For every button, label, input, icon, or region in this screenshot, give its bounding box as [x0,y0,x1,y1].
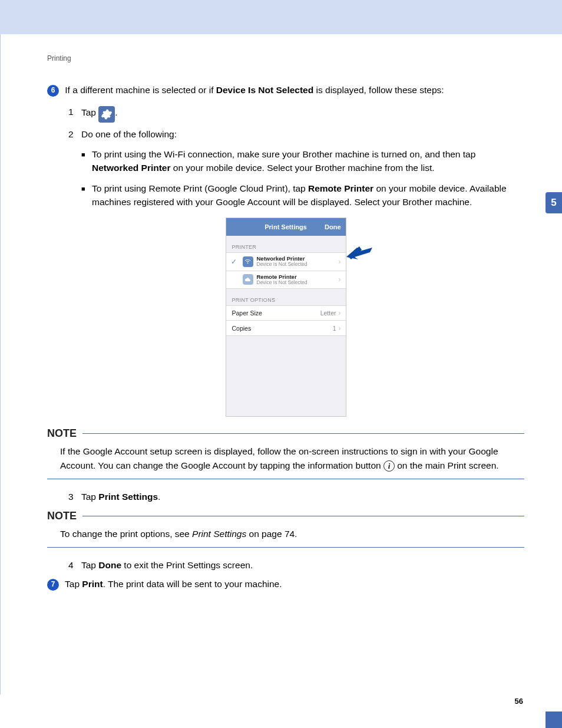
chevron-right-icon: › [339,324,341,332]
bullet-2-b: Remote Printer [308,183,373,193]
callout-arrow-icon [346,244,554,263]
checkmark-icon: ✓ [231,258,240,266]
substep-3: 3 Tap Print Settings. [68,490,524,503]
substep-1-text-a: Tap [81,108,98,118]
substep-1: 1 Tap . [68,105,524,121]
substep-4-a: Tap [81,560,98,570]
step-7-b: Print [82,579,103,589]
substep-4-c: to exit the Print Settings screen. [121,560,253,570]
note-2-body: To change the print options, see Print S… [47,522,524,547]
step-6-text-a: If a different machine is selected or if [65,85,216,95]
group-label-options: PRINT OPTIONS [226,289,346,305]
row-subtitle: Device Is Not Selected [257,280,339,285]
row-copies[interactable]: Copies 1 › [226,321,346,336]
substep-num-4: 4 [68,558,81,572]
row-paper-size[interactable]: Paper Size Letter › [226,305,346,321]
done-button[interactable]: Done [325,223,341,230]
square-bullet-icon: ■ [81,147,92,175]
note-heading: NOTE [47,510,524,522]
row-label: Paper Size [231,309,262,317]
substep-num-1: 1 [68,105,81,121]
step-7-a: Tap [65,579,82,589]
note-1-body: If the Google Account setup screen is di… [47,440,524,479]
chevron-right-icon: › [339,275,341,284]
note-2-text-b: on page 74. [246,529,297,539]
cloud-icon [243,274,253,285]
note-rule [47,479,524,479]
substep-num-2: 2 [68,127,81,141]
row-value: 1 [333,325,336,332]
note-label: NOTE [47,510,77,522]
substep-3-a: Tap [81,492,98,502]
group-label-printer: PRINTER [226,236,346,252]
bullet-1-c: on your mobile device. Select your Broth… [171,163,435,173]
substep-4-b: Done [98,560,121,570]
step-7: 7 Tap Print. The print data will be sent… [47,578,524,591]
substep-4: 4 Tap Done to exit the Print Settings sc… [68,558,524,572]
step-bullet-6: 6 [47,85,59,97]
note-rule [47,547,524,548]
substep-3-b: Print Settings [98,492,158,502]
note-label: NOTE [47,427,77,440]
info-icon: i [384,460,395,472]
step-bullet-7: 7 [47,579,59,591]
row-value: Letter [320,309,336,317]
step-6: 6 If a different machine is selected or … [47,84,524,97]
chevron-right-icon: › [339,258,341,266]
gear-icon [98,106,115,123]
substep-2-text: Do one of the following: [81,127,177,141]
substep-3-c: . [158,492,160,502]
substep-2: 2 Do one of the following: [68,127,524,141]
substep-1-text-c: . [115,108,117,118]
step-6-text-c: is displayed, follow these steps: [313,85,444,95]
substep-num-3: 3 [68,490,81,503]
screenshot-navbar: Print Settings Done [226,218,346,236]
note-heading: NOTE [47,427,524,440]
row-label: Copies [231,325,252,332]
note-1-text-b: on the main Print screen. [397,460,498,470]
chevron-right-icon: › [339,309,341,317]
bullet-remote: ■ To print using Remote Print (Google Cl… [81,182,524,209]
note-2-ref: Print Settings [192,529,246,539]
bullet-1-a: To print using the Wi-Fi connection, mak… [92,149,475,159]
bullet-1-b: Networked Printer [92,163,171,173]
row-subtitle: Device Is Not Selected [257,262,339,267]
header-band [0,0,562,34]
step-7-c: . The print data will be sent to your ma… [103,579,282,589]
print-settings-screenshot: Print Settings Done PRINTER ✓ Networked … [47,218,524,417]
square-bullet-icon: ■ [81,182,92,209]
bullet-networked: ■ To print using the Wi-Fi connection, m… [81,147,524,175]
row-remote-printer[interactable]: Remote Printer Device Is Not Selected › [226,271,346,289]
footer-tab [546,711,562,728]
bullet-2-a: To print using Remote Print (Google Clou… [92,183,308,193]
wifi-icon [243,256,253,267]
section-heading: Printing [47,54,524,62]
step-6-text-b: Device Is Not Selected [216,85,313,95]
note-2-text-a: To change the print options, see [60,529,192,539]
row-networked-printer[interactable]: ✓ Networked Printer Device Is Not Select… [226,252,346,271]
page-number: 56 [515,697,523,706]
